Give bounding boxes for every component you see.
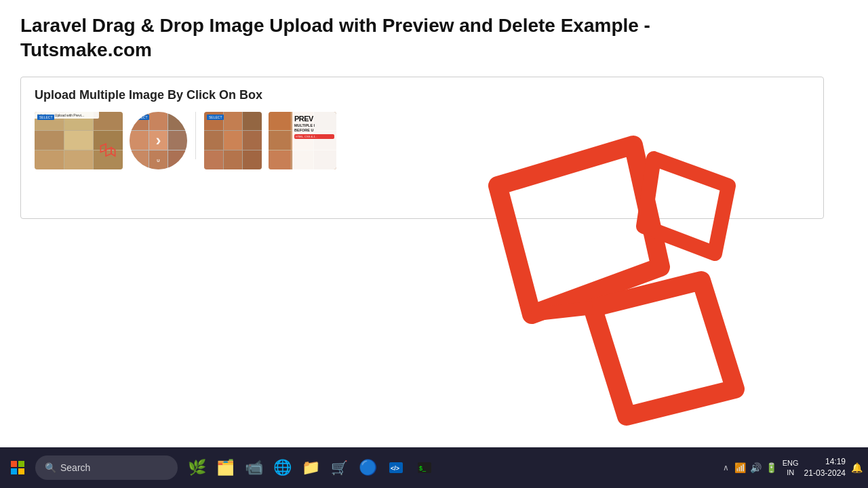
thumbnail-1[interactable]: tiple Image Upload with Previ... SELECT	[35, 112, 123, 169]
lang-region: IN	[783, 468, 799, 477]
thumb-divider	[195, 112, 196, 159]
search-text: Search	[60, 462, 90, 473]
date-display: 21-03-2024	[804, 468, 846, 479]
upload-box[interactable]: Upload Multiple Image By Click On Box t	[20, 77, 824, 219]
thumb3-grid	[204, 112, 262, 169]
thumbnail-2[interactable]: SELECT › U	[130, 112, 187, 169]
thumbnail-3[interactable]: SELECT	[204, 112, 262, 169]
thumb2-label: U	[157, 159, 159, 163]
taskbar-app-store[interactable]: 🛒	[326, 454, 353, 481]
taskbar: 🔍 Search 🌿 🗂️ 📹 🌐 📁 🛒 🔵 </> $_	[0, 447, 868, 488]
taskbar-system-icons: 📶 🔊 🔋	[734, 462, 777, 473]
thumb1-badge: SELECT	[37, 115, 54, 120]
thumb4-sub1: MULTIPLE I	[294, 123, 334, 127]
taskbar-time: 14:19 21-03-2024	[804, 456, 846, 479]
main-content: Laravel Drag & Drop Image Upload with Pr…	[0, 0, 868, 447]
svg-text:</>: </>	[391, 465, 399, 472]
laravel-logo-bg	[443, 131, 769, 487]
taskbar-app-edge[interactable]: 🌐	[269, 454, 296, 481]
taskbar-app-chrome[interactable]: 🔵	[354, 454, 381, 481]
page-title-line1: Laravel Drag & Drop Image Upload with Pr…	[20, 15, 650, 36]
thumb4-prev-text: PREV	[294, 115, 334, 123]
thumb2-badge: SELECT	[132, 115, 149, 120]
time-display: 14:19	[804, 456, 846, 468]
thumb4-overlay: PREV MULTIPLE I BEFORE U HTML, CSS & J..…	[292, 112, 336, 169]
thumb3-badge: SELECT	[207, 115, 224, 120]
volume-icon: 🔊	[750, 462, 762, 473]
taskbar-app-code[interactable]: </>	[382, 454, 410, 481]
thumb4-sub2: BEFORE U	[294, 128, 334, 132]
laravel-mini-icon	[98, 142, 117, 164]
upload-box-label: Upload Multiple Image By Click On Box	[35, 88, 810, 102]
taskbar-app-tree[interactable]: 🌿	[183, 454, 210, 481]
lang-text: ENG	[783, 458, 799, 468]
windows-start-button[interactable]	[5, 455, 30, 480]
svg-text:$_: $_	[419, 465, 427, 472]
taskbar-apps: 🌿 🗂️ 📹 🌐 📁 🛒 🔵 </> $_	[183, 454, 438, 481]
taskbar-app-terminal[interactable]: $_	[411, 454, 438, 481]
wifi-icon: 📶	[734, 462, 746, 473]
notification-bell[interactable]: 🔔	[851, 462, 863, 473]
search-icon: 🔍	[45, 462, 56, 473]
thumb2-arrow: ›	[156, 131, 161, 150]
svg-rect-2	[11, 468, 17, 474]
taskbar-right: ∧ 📶 🔊 🔋 ENG IN 14:19 21-03-2024 🔔	[723, 456, 863, 479]
battery-icon: 🔋	[766, 462, 777, 473]
system-tray-chevron[interactable]: ∧	[723, 463, 729, 472]
svg-rect-0	[11, 461, 17, 467]
page-title-line2: Tutsmake.com	[20, 39, 152, 60]
thumb4-badge: HTML, CSS & J...	[294, 134, 334, 139]
taskbar-app-folder[interactable]: 📁	[297, 454, 324, 481]
thumbnail-4[interactable]: PREV MULTIPLE I BEFORE U HTML, CSS & J..…	[269, 112, 336, 169]
taskbar-app-video[interactable]: 📹	[240, 454, 267, 481]
taskbar-language: ENG IN	[783, 458, 799, 478]
svg-rect-1	[18, 461, 24, 467]
search-bar[interactable]: 🔍 Search	[35, 455, 178, 480]
svg-rect-3	[18, 468, 24, 474]
taskbar-app-files[interactable]: 🗂️	[212, 454, 239, 481]
page-title: Laravel Drag & Drop Image Upload with Pr…	[20, 14, 848, 63]
